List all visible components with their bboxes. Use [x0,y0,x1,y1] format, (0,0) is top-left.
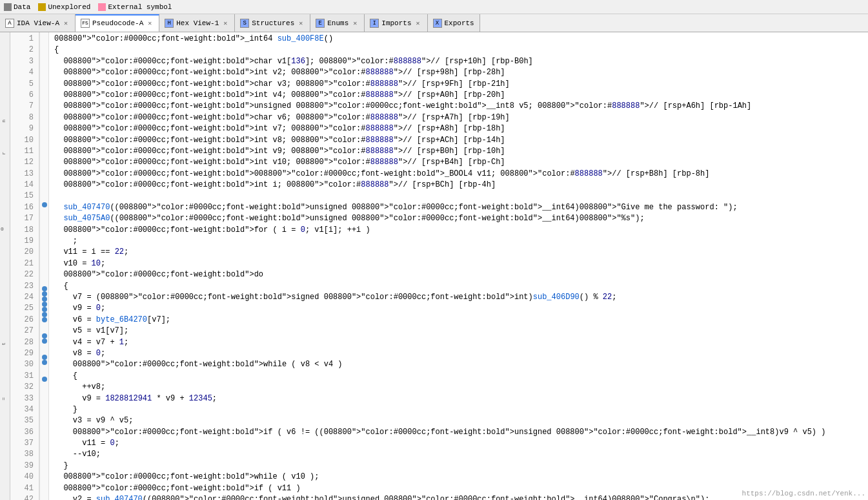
tab-pseudocode-a[interactable]: F5 Pseudocode-A ✕ [76,14,159,32]
tab-imports[interactable]: I Imports ✕ [365,14,427,32]
line-num-40: 40 [13,472,36,483]
legend-unexplored: Unexplored [38,3,90,11]
bp-empty-18 [40,218,48,229]
bp-dot-25 [40,291,48,297]
code-line-40: 008800">"color:#0000cc;font-weight:bold"… [54,472,863,483]
tab-pseudocode-a-label: Pseudocode-A [92,19,143,27]
bp-dot-29 [40,312,48,317]
main-area: n r t = 0 123456789101112131415161718192… [0,32,868,500]
bp-empty-43 [40,426,48,437]
line-num-17: 17 [13,213,36,224]
code-line-3: 008800">"color:#0000cc;font-weight:bold"… [54,56,863,67]
bp-dot-26 [40,297,48,302]
bp-empty-7 [40,101,48,112]
legend-data-label: Data [14,3,30,11]
code-line-8: 008800">"color:#0000cc;font-weight:bold"… [54,112,863,123]
tab-ida-view-a-close[interactable]: ✕ [62,19,70,27]
line-num-39: 39 [13,461,36,472]
tab-enums-close[interactable]: ✕ [351,19,359,27]
bp-empty-44 [40,438,48,449]
tab-pseudocode-a-icon: F5 [81,19,90,28]
line-num-2: 2 [13,45,36,56]
line-num-30: 30 [13,359,36,370]
line-num-6: 6 [13,90,36,101]
tab-exports-icon: X [433,19,442,28]
line-num-26: 26 [13,315,36,326]
code-line-37: v11 = 0; [54,438,863,449]
bp-empty-9 [40,123,48,134]
code-line-30: 008800">"color:#0000cc;font-weight:bold"… [54,359,863,370]
line-num-11: 11 [13,146,36,157]
code-line-10: 008800">"color:#0000cc;font-weight:bold"… [54,135,863,146]
line-num-18: 18 [13,225,36,236]
side-label-n: n [1,120,6,123]
bp-empty-12 [40,157,48,168]
line-num-33: 33 [13,393,36,404]
side-label-t: t [1,342,6,346]
tab-pseudocode-a-close[interactable]: ✕ [146,19,154,27]
bp-empty-13 [40,169,48,180]
bp-empty-10 [40,135,48,146]
line-num-8: 8 [13,112,36,123]
tab-enums-icon: E [316,19,325,28]
line-num-4: 4 [13,67,36,78]
code-line-21: v10 = 10; [54,258,863,269]
code-line-28: v4 = v7 + 1; [54,337,863,348]
line-num-34: 34 [13,404,36,415]
code-line-1: 008800">"color:#0000cc;font-weight:bold"… [54,34,863,45]
legend-unexplored-label: Unexplored [48,3,90,11]
line-num-27: 27 [13,326,36,337]
line-num-13: 13 [13,169,36,180]
line-num-28: 28 [13,337,36,348]
tab-hex-view-1[interactable]: H Hex View-1 ✕ [159,14,235,32]
tab-hex-view-1-label: Hex View-1 [176,19,219,27]
line-num-24: 24 [13,292,36,303]
code-line-31: { [54,371,863,382]
code-area[interactable]: 1234567891011121314151617181920212223242… [10,32,868,500]
tab-structures-icon: S [240,19,249,28]
legend-data: Data [4,3,30,11]
bp-empty-23 [40,275,48,286]
line-num-5: 5 [13,79,36,90]
tab-hex-view-1-close[interactable]: ✕ [221,19,229,27]
tab-structures-close[interactable]: ✕ [297,19,305,27]
bp-empty-3 [40,56,48,67]
bp-dot-30 [40,317,48,322]
line-num-29: 29 [13,348,36,359]
tab-structures[interactable]: S Structures ✕ [235,14,310,32]
code-line-2: { [54,45,863,56]
line-num-21: 21 [13,258,36,269]
tab-structures-label: Structures [252,19,294,27]
side-label-zero: 0 [1,226,4,232]
code-line-17: sub_4075A0((008800">"color:#0000cc;font-… [54,213,863,224]
line-num-41: 41 [13,483,36,494]
bp-empty-46 [40,461,48,472]
code-line-33: v9 = 1828812941 * v9 + 12345; [54,393,863,404]
code-line-12: 008800">"color:#0000cc;font-weight:bold"… [54,157,863,168]
bp-empty-8 [40,112,48,123]
tab-imports-label: Imports [381,19,411,27]
tab-ida-view-a-icon: A [5,19,14,28]
tab-enums[interactable]: E Enums ✕ [310,14,365,32]
line-num-1: 1 [13,34,36,45]
code-line-6: 008800">"color:#0000cc;font-weight:bold"… [54,90,863,101]
tab-ida-view-a[interactable]: A IDA View-A ✕ [0,14,76,32]
code-content[interactable]: 008800">"color:#0000cc;font-weight:bold"… [49,32,868,500]
bp-dot-24 [40,286,48,291]
tab-imports-close[interactable]: ✕ [414,19,422,27]
code-line-34: } [54,404,863,415]
side-label-r: r [1,152,6,155]
line-numbers: 1234567891011121314151617181920212223242… [10,32,39,500]
watermark: https://blog.csdn.net/Yenk... [742,490,865,497]
code-line-39: } [54,461,863,472]
tab-ida-view-a-label: IDA View-A [17,19,59,27]
bp-empty-15 [40,191,48,202]
code-line-22: 008800">"color:#0000cc;font-weight:bold"… [54,269,863,280]
tab-exports[interactable]: X Exports [428,14,480,32]
bp-empty-37 [40,365,48,376]
line-num-25: 25 [13,303,36,314]
bp-empty-19 [40,230,48,241]
bp-empty-5 [40,79,48,90]
line-num-7: 7 [13,101,36,112]
code-line-20: v11 = i == 22; [54,247,863,258]
